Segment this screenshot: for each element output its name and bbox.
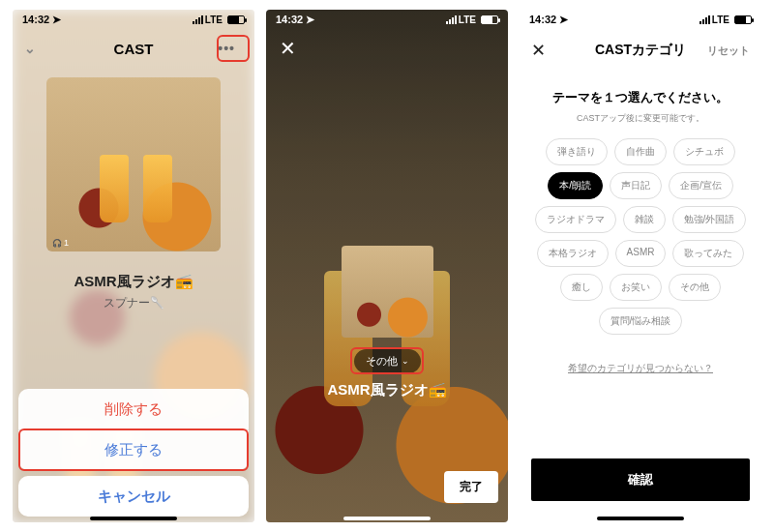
location-icon: ➤	[559, 14, 568, 26]
nav-bar: ✕ CASTカテゴリ リセット	[520, 29, 761, 72]
category-声日記[interactable]: 声日記	[610, 172, 662, 199]
status-bar: 14:32 ➤ LTE	[266, 10, 508, 29]
cast-title[interactable]: ASMR風ラジオ📻	[266, 381, 508, 399]
close-button[interactable]: ✕	[531, 40, 546, 61]
cast-title: ASMR風ラジオ📻	[13, 273, 254, 291]
action-sheet: 削除する 修正する キャンセル	[13, 383, 254, 522]
category-grid: 弾き語り自作曲シチュボ本/朗読声日記企画/宣伝ラジオドラマ雑談勉強/外国語本格ラ…	[520, 125, 761, 348]
category-その他[interactable]: その他	[669, 274, 721, 301]
headphone-icon	[52, 238, 64, 248]
close-button[interactable]: ✕	[266, 37, 310, 60]
highlight-chip	[350, 347, 424, 374]
category-雑談[interactable]: 雑談	[623, 206, 666, 233]
category-本/朗読[interactable]: 本/朗読	[548, 172, 603, 199]
category-本格ラジオ[interactable]: 本格ラジオ	[537, 240, 609, 267]
home-indicator[interactable]	[90, 517, 177, 520]
location-icon: ➤	[52, 14, 61, 26]
category-ラジオドラマ[interactable]: ラジオドラマ	[535, 206, 616, 233]
highlight-more	[217, 35, 250, 62]
cancel-button[interactable]: キャンセル	[18, 476, 249, 517]
home-indicator[interactable]	[597, 517, 684, 520]
cast-meta: ASMR風ラジオ📻 スプナー🥄	[13, 273, 254, 311]
subheading: CASTアップ後に変更可能です。	[520, 112, 761, 125]
category-弾き語り[interactable]: 弾き語り	[546, 138, 608, 165]
category-自作曲[interactable]: 自作曲	[614, 138, 667, 165]
screen-cast-detail: 14:32 ➤ LTE ⌄ CAST ••• 1 ASMR風ラジオ📻 スプナー🥄…	[13, 10, 254, 522]
screen-cast-edit: 14:32 ➤ LTE ✕ その他 ⌄ ASMR風ラジオ📻 完了	[266, 10, 508, 522]
home-indicator[interactable]	[343, 517, 431, 520]
status-bar: 14:32 ➤ LTE	[13, 10, 254, 29]
nav-title: CAST	[114, 41, 154, 57]
category-お笑い[interactable]: お笑い	[610, 274, 662, 301]
status-bar: 14:32 ➤ LTE	[520, 10, 761, 29]
cast-author[interactable]: スプナー🥄	[13, 295, 254, 311]
play-count: 1	[52, 238, 69, 248]
cast-artwork[interactable]: 1	[46, 77, 221, 251]
category-企画/宣伝[interactable]: 企画/宣伝	[669, 172, 733, 199]
category-質問/悩み相談[interactable]: 質問/悩み相談	[599, 308, 683, 335]
screen-category-select: 14:32 ➤ LTE ✕ CASTカテゴリ リセット テーマを１つ選んでくださ…	[520, 10, 761, 522]
location-icon: ➤	[306, 14, 314, 26]
collapse-icon[interactable]: ⌄	[24, 41, 36, 56]
category-勉強/外国語[interactable]: 勉強/外国語	[672, 206, 747, 233]
nav-bar: ✕	[266, 29, 508, 68]
category-癒し[interactable]: 癒し	[560, 274, 603, 301]
delete-button[interactable]: 削除する	[18, 389, 249, 429]
category-ASMR[interactable]: ASMR	[615, 240, 667, 267]
highlight-edit	[18, 429, 249, 471]
header-text: テーマを１つ選んでください。 CASTアップ後に変更可能です。	[520, 89, 761, 125]
category-シチュボ[interactable]: シチュボ	[673, 138, 735, 165]
confirm-button[interactable]: 確認	[531, 458, 750, 501]
heading: テーマを１つ選んでください。	[520, 89, 761, 106]
nav-title: CASTカテゴリ	[595, 42, 686, 59]
category-歌ってみた[interactable]: 歌ってみた	[672, 240, 744, 267]
reset-button[interactable]: リセット	[707, 44, 750, 58]
done-button[interactable]: 完了	[444, 471, 498, 503]
missing-category-link[interactable]: 希望のカテゴリが見つからない？	[520, 362, 761, 375]
cast-thumbnail[interactable]	[342, 246, 433, 338]
